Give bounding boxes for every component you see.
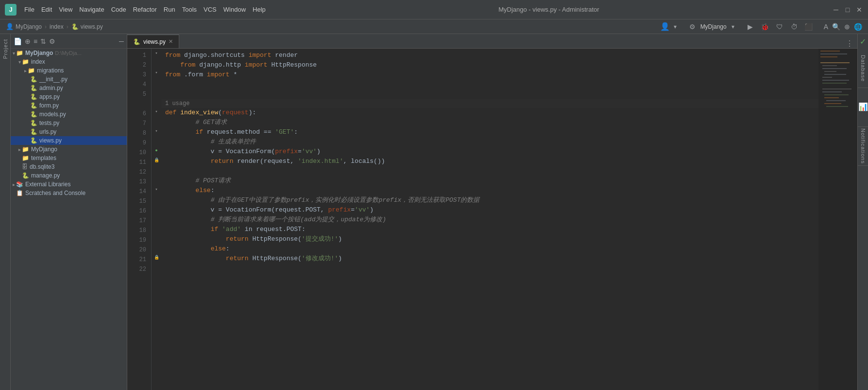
breadcrumb-folder[interactable]: index [50,23,64,30]
tree-mydjango-folder[interactable]: ▸ 📁 MyDjango [11,145,127,154]
menu-help[interactable]: Help [253,6,266,13]
gutter-1[interactable]: ▾ [152,49,161,58]
tree-scratches[interactable]: ▸ 📋 Scratches and Console [11,189,127,197]
tree-urls-file[interactable]: 🐍 urls.py [11,127,127,136]
gutter-12 [152,165,161,175]
minimize-button[interactable]: ─ [832,6,840,14]
collapse-btn[interactable]: ≡ [34,37,37,45]
stop-button[interactable]: ⬛ [803,21,814,32]
tree-root[interactable]: ▾ 📁 MyDjango D:\MyDja... [11,49,127,57]
search-button[interactable]: 🔍 [832,23,840,31]
project-panel-toggle[interactable]: Project [0,34,11,390]
close-button[interactable]: ✕ [855,6,863,14]
run-config-dropdown[interactable]: ▾ [732,23,734,30]
menu-navigate[interactable]: Navigate [79,6,104,13]
gutter-6[interactable]: ▾ [152,107,161,117]
profile-button[interactable]: ⏱ [789,21,800,32]
breadcrumb-project[interactable]: MyDjango [16,23,42,30]
translate-button[interactable]: A [824,23,828,31]
tree-views-file[interactable]: 🐍 views.py [11,136,127,145]
gutter-3[interactable]: ▾ [152,68,161,78]
maximize-button[interactable]: □ [844,6,851,14]
user-dropdown[interactable]: ▾ [674,23,677,30]
new-folder-btn[interactable]: ⊕ [25,37,31,45]
extra-btn1[interactable]: ⊕ [844,23,850,31]
debug-button[interactable]: 🐞 [760,21,770,32]
ln-1: 1 [127,51,146,60]
admin-py-icon: 🐍 [30,85,37,91]
tree-templates-folder[interactable]: ▸ 📁 templates [11,154,127,162]
svg-rect-16 [824,103,841,104]
gutter-14[interactable]: ▾ [152,185,161,195]
menu-run[interactable]: Run [164,6,175,13]
tab-close-btn[interactable]: ✕ [169,38,173,45]
breadcrumb-bar: 👤 MyDjango › index › 🐍views.py 👤 ▾ ⚙ MyD… [0,19,868,34]
ln-5: 5 [127,89,146,99]
run-config-label[interactable]: MyDjango [700,23,727,30]
code-content[interactable]: from django.shortcuts import render from… [161,49,818,390]
tree-admin-file[interactable]: 🐍 admin.py [11,84,127,92]
breadcrumb-file[interactable]: 🐍views.py [71,23,103,30]
gutter-20 [152,243,161,253]
tree-sort-btn[interactable]: ⇅ [40,37,46,45]
user-icon: 👤 [660,22,670,31]
index-expand-arrow[interactable]: ▾ [18,59,21,65]
menu-file[interactable]: File [24,6,34,13]
tree-tests-file[interactable]: 🐍 tests.py [11,119,127,127]
menu-view[interactable]: View [59,6,72,13]
code-line-7: # GET请求 [161,118,818,127]
ln-15: 15 [127,196,146,206]
code-line-15: # 由于在GET中设置了参数prefix，实例化时必须设置参数prefix，否则… [161,195,818,205]
ln-14: 14 [127,187,146,196]
code-line-10: v = VocationForm(prefix='vv') [161,147,818,157]
tree-migrations-folder[interactable]: ▸ 📁 migrations [11,66,127,75]
menu-vcs[interactable]: VCS [204,6,217,13]
tree-index-folder[interactable]: ▾ 📁 index [11,57,127,66]
tree-apps-file[interactable]: 🐍 apps.py [11,92,127,101]
tab-views-py[interactable]: 🐍 views.py ✕ [127,35,179,48]
tree-hide-btn[interactable]: ─ [119,37,124,45]
migrations-expand-arrow[interactable]: ▸ [24,68,27,73]
root-path: D:\MyDja... [55,50,81,56]
menu-window[interactable]: Window [223,6,246,13]
tree-models-file[interactable]: 🐍 models.py [11,110,127,119]
menu-tools[interactable]: Tools [182,6,197,13]
menu-code[interactable]: Code [111,6,126,13]
run-button[interactable]: ▶ [745,21,756,32]
tab-menu-btn[interactable]: ⋮ [846,39,853,48]
notifications-panel-tab[interactable]: Notifications [858,127,868,166]
gutter-8[interactable]: ▾ [152,126,161,136]
code-line-20: else: [161,244,818,254]
tree-settings-btn[interactable]: ⚙ [49,37,55,45]
svg-rect-17 [826,106,848,107]
code-line-18: if 'add' in request.POST: [161,225,818,234]
tab-menu: ⋮ [846,39,857,48]
menu-edit[interactable]: Edit [41,6,52,13]
tree-external-libs[interactable]: ▸ 📚 External Libraries [11,180,127,189]
root-expand-arrow[interactable]: ▾ [13,51,15,56]
scview-panel-tab[interactable]: 📊 [858,88,868,127]
menu-refactor[interactable]: Refactor [133,6,157,13]
urls-py-icon: 🐍 [30,128,37,135]
minimap[interactable] [818,49,857,390]
templates-folder-name: templates [31,155,56,161]
ln-22: 22 [127,265,146,274]
new-file-btn[interactable]: 📄 [14,37,22,45]
tree-init-file[interactable]: 🐍 __init__.py [11,75,127,84]
line-numbers: 1 2 3 4 5 · 6 7 8 9 10 11 12 13 14 15 16… [127,49,152,390]
gutter-13 [152,175,161,185]
code-line-22 [161,264,818,273]
coverage-button[interactable]: 🛡 [774,21,785,32]
external-expand-arrow[interactable]: ▸ [13,182,15,187]
db-name: db.sqlite3 [30,163,54,170]
database-panel-tab[interactable]: Database [858,49,868,88]
extra-btn2[interactable]: 🌐 [854,23,862,31]
project-panel-label: Project [2,39,8,59]
gutter-10: ● [152,146,161,156]
tests-py-name: tests.py [39,120,59,126]
svg-rect-7 [824,74,846,75]
tree-form-file[interactable]: 🐍 form.py [11,101,127,110]
mydjango-expand-arrow[interactable]: ▸ [18,147,21,152]
tree-db-file[interactable]: ▸ 🗄 db.sqlite3 [11,162,127,171]
tree-manage-file[interactable]: ▸ 🐍 manage.py [11,171,127,180]
